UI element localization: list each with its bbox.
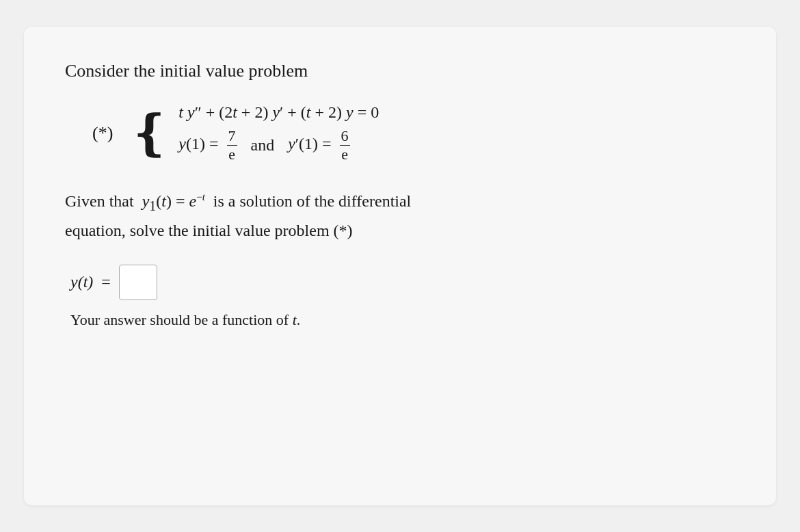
problem-card: Consider the initial value problem (*) ❴… <box>24 27 776 505</box>
footer-text: Your answer should be a function of t. <box>70 311 735 329</box>
initial-conditions: y(1) = 7 e and y′(1) = 6 e <box>178 127 379 164</box>
y1-label: y(1) = 7 e <box>178 127 237 164</box>
given-text-line2: equation, solve the initial value proble… <box>65 222 735 240</box>
yp1-fraction: 6 e <box>340 127 350 164</box>
answer-input-box[interactable] <box>119 265 157 300</box>
yp1-label: y′(1) = 6 e <box>288 127 349 164</box>
big-brace-icon: ❴ <box>129 109 170 158</box>
y1-fraction: 7 e <box>227 127 237 164</box>
equations-column: t y″ + (2t + 2) y′ + (t + 2) y = 0 y(1) … <box>178 103 379 164</box>
y1-denominator: e <box>227 146 237 163</box>
yp1-denominator: e <box>340 146 349 163</box>
answer-row: y(t) = <box>70 265 735 300</box>
star-label: (*) <box>92 123 113 144</box>
given-text-line1: Given that y1(t) = e−t is a solution of … <box>65 189 735 216</box>
brace-container: ❴ t y″ + (2t + 2) y′ + (t + 2) y = 0 y(1… <box>129 103 379 164</box>
answer-label: y(t) <box>70 273 93 291</box>
intro-text: Consider the initial value problem <box>65 61 735 81</box>
ivp-block: (*) ❴ t y″ + (2t + 2) y′ + (t + 2) y = 0… <box>92 103 735 164</box>
yp1-numerator: 6 <box>340 127 350 146</box>
y1-numerator: 7 <box>227 127 237 146</box>
ode-equation: t y″ + (2t + 2) y′ + (t + 2) y = 0 <box>178 103 379 122</box>
answer-equals: = <box>101 273 111 291</box>
ode-text: t y″ + (2t + 2) y′ + (t + 2) y = 0 <box>178 103 379 122</box>
and-text: and <box>251 136 275 155</box>
